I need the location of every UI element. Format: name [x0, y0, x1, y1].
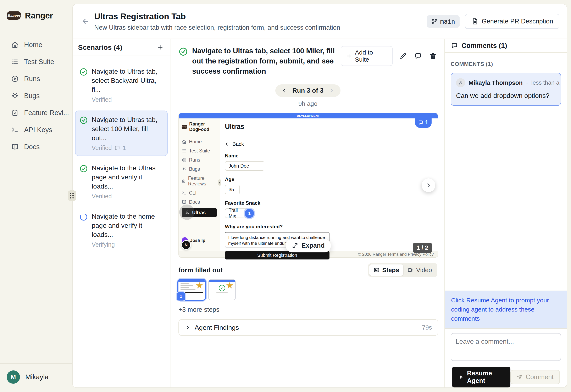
comment-marker-1[interactable]: 1 [245, 209, 254, 218]
page-title: Ultras Registration Tab [94, 12, 340, 21]
comment-bubble-icon [414, 52, 422, 60]
next-screenshot-button[interactable] [422, 178, 435, 192]
list-icon [182, 149, 186, 153]
step-thumbnails: ★ 1 ★ [178, 280, 437, 300]
comment-scenario-button[interactable] [414, 51, 422, 61]
step-thumbnail-2[interactable]: ★ [209, 280, 235, 300]
run-timestamp: 9h ago [298, 100, 317, 107]
comment-input[interactable] [451, 333, 561, 361]
arrow-left-icon [225, 142, 230, 147]
prev-run-button[interactable] [281, 87, 288, 94]
commenter-avatar [456, 78, 465, 87]
scenario-item-4[interactable]: Navigate to the home page and verify it … [75, 207, 168, 253]
resume-agent-notice-text: Click Resume Agent to prompt your coding… [451, 297, 549, 322]
scenario-title: Navigate to the home page and verify it … [92, 212, 163, 239]
remote-cursor-avatar: N [181, 240, 191, 250]
screenshot-nav-label: Home [189, 139, 202, 145]
tab-video[interactable]: Video [403, 265, 436, 276]
scenario-item-1[interactable]: Navigate to Ultras tab, select Backyard … [75, 62, 168, 108]
document-icon [471, 18, 478, 25]
terminal-icon [182, 191, 186, 195]
edit-scenario-button[interactable] [399, 51, 408, 61]
expand-button[interactable]: Expand [286, 239, 331, 252]
logo-script-text: Ranger [182, 126, 187, 127]
composer-buttons: Resume Agent Comment [451, 362, 561, 387]
comment-card[interactable]: Mikayla Thompson · less than a minute Ca… [451, 73, 561, 106]
sidebar-item-docs[interactable]: Docs [11, 141, 72, 153]
environment-bar: DEVELOPMENT [179, 113, 438, 118]
sidebar-item-feature-reviews[interactable]: Feature Revi... [11, 107, 72, 119]
commenter-name: Mikayla Thompson [469, 79, 523, 86]
avatar: M [7, 370, 20, 384]
screenshot-active-tab-ultras: Ultras [182, 208, 217, 217]
home-icon [11, 41, 19, 49]
screenshot-name-label: Name [225, 153, 438, 159]
scenario-status: Verified [92, 145, 112, 151]
run-pager: Run 3 of 3 [275, 84, 341, 97]
run-screenshot-preview[interactable]: DEVELOPMENT 1 Ranger Ranger DogFood [178, 113, 438, 258]
delete-scenario-button[interactable] [429, 51, 437, 61]
git-branch-icon [431, 18, 438, 25]
ranger-logo-icon: Ranger [182, 125, 187, 129]
add-scenario-button[interactable] [155, 42, 165, 52]
arrow-left-icon [81, 17, 90, 26]
header-actions: main Generate PR Description [427, 14, 559, 29]
send-icon [517, 374, 523, 380]
more-steps-link[interactable]: +3 more steps [178, 306, 437, 313]
chevron-right-icon [185, 325, 190, 330]
bug-icon [11, 92, 19, 99]
meta-separator: · [526, 79, 528, 86]
comment-meta: Mikayla Thompson · less than a minute [456, 78, 556, 87]
resume-agent-notice-link[interactable]: Click Resume Agent to prompt your coding… [445, 291, 567, 329]
comment-text: Can we add dropdown options? [456, 92, 556, 99]
add-to-suite-button[interactable]: Add to Suite [341, 46, 393, 66]
sidebar-item-bugs[interactable]: Bugs [11, 90, 72, 102]
run-scenario-title: Navigate to Ultras tab, select 100 Miler… [192, 46, 341, 76]
chevron-left-icon [184, 210, 190, 215]
video-camera-icon [408, 267, 414, 273]
screenshot-sidebar-footer: J Josh Ip N [182, 234, 217, 249]
screenshot-name-input: John Doe [225, 161, 264, 171]
check-circle-icon [79, 116, 88, 125]
preview-comment-count: 1 [425, 119, 428, 126]
scenario-title: Navigate to Ultras tab, select Backyard … [92, 67, 163, 94]
scenario-item-2-selected[interactable]: Navigate to Ultras tab, select 100 Miler… [75, 111, 168, 156]
scenario-title: Navigate to the Ultras page and verify i… [92, 163, 163, 191]
chevron-right-icon [329, 88, 334, 94]
step-thumbnail-1-selected[interactable]: ★ 1 [178, 280, 205, 300]
chevron-right-icon [425, 182, 432, 188]
screenshot-nav-label: CLI [189, 190, 197, 196]
branch-chip[interactable]: main [427, 15, 460, 28]
expand-icon [292, 242, 298, 249]
user-menu[interactable]: M Mikayla [0, 363, 72, 392]
back-button[interactable] [80, 15, 91, 27]
agent-findings-accordion[interactable]: Agent Findings 79s [178, 319, 438, 336]
check-circle-icon [79, 164, 88, 173]
submit-comment-button[interactable]: Comment [510, 370, 560, 384]
tab-steps[interactable]: Steps [369, 265, 403, 276]
pencil-icon [400, 52, 407, 60]
resume-agent-button[interactable]: Resume Agent [452, 367, 510, 387]
panel-resize-handle[interactable] [68, 190, 76, 201]
screenshot-snack-value: Trail Mix [229, 208, 244, 219]
sidebar-item-test-suite[interactable]: Test Suite [11, 56, 72, 68]
preview-comment-badge[interactable]: 1 [415, 118, 432, 128]
home-icon [182, 139, 186, 144]
screenshot-app: Ranger Ranger DogFood Home Test Suite Ru… [179, 118, 438, 251]
comment-bubble-icon [451, 42, 458, 49]
resume-agent-label: Resume Agent [467, 370, 503, 385]
scenario-item-3[interactable]: Navigate to the Ultras page and verify i… [75, 159, 168, 204]
sidebar-item-home[interactable]: Home [11, 39, 72, 51]
clipboard-check-icon [11, 109, 19, 117]
screenshot-page-title: Ultras [225, 123, 438, 130]
scenario-list: Navigate to Ultras tab, select Backyard … [73, 56, 171, 255]
comments-header: Comments (1) [445, 39, 567, 53]
run-detail-panel: Navigate to Ultras tab, select 100 Miler… [171, 39, 444, 387]
sidebar-item-api-keys[interactable]: API Keys [11, 124, 72, 136]
next-run-button-disabled[interactable] [328, 87, 335, 94]
comment-timestamp: less than a minute [531, 79, 561, 86]
sidebar-item-runs[interactable]: Runs [11, 73, 72, 85]
tab-video-label: Video [416, 266, 432, 274]
add-to-suite-label: Add to Suite [355, 49, 387, 63]
generate-pr-button[interactable]: Generate PR Description [465, 14, 559, 29]
